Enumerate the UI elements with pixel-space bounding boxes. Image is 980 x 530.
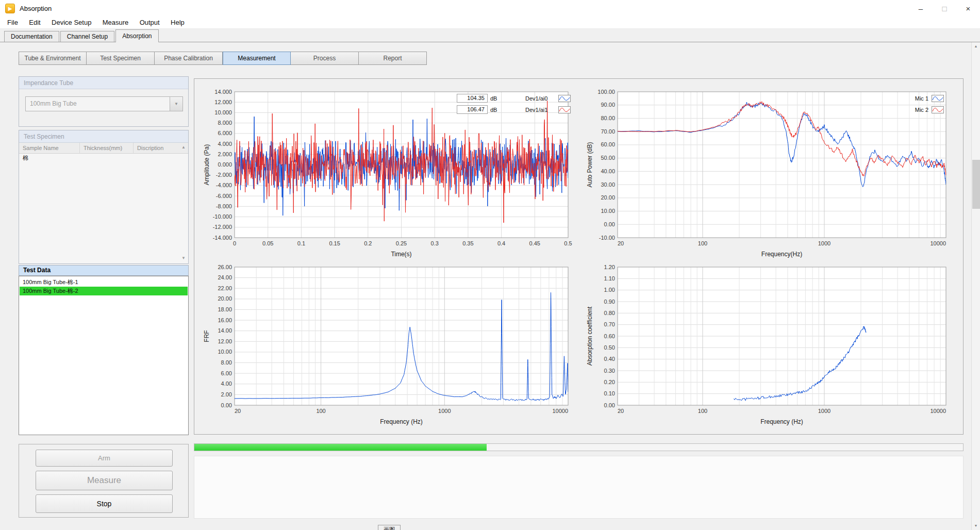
column-sample-name: Sample Name (19, 143, 80, 153)
close-button[interactable]: × (956, 0, 980, 17)
waveform-icon-blue[interactable] (558, 95, 571, 102)
svg-text:0.15: 0.15 (329, 240, 340, 246)
subtab-phase-calibration[interactable]: Phase Calibration (155, 52, 223, 65)
svg-text:4.00: 4.00 (221, 380, 232, 387)
svg-text:Frequency (Hz): Frequency (Hz) (380, 418, 423, 425)
svg-text:-8.000: -8.000 (216, 203, 232, 209)
scroll-down-icon[interactable]: ▼ (180, 256, 187, 260)
svg-text:-10.00: -10.00 (599, 235, 615, 241)
svg-text:100: 100 (316, 408, 325, 414)
column-thickness: Thickness(mm) (80, 143, 134, 153)
tab-absorption[interactable]: Absorption (115, 29, 158, 42)
tab-draw[interactable]: 画图 (378, 525, 401, 530)
tab-channel-setup[interactable]: Channel Setup (60, 31, 114, 42)
specimen-thickness (80, 154, 134, 162)
waveform-icon-red[interactable] (558, 106, 571, 113)
svg-text:6.00: 6.00 (221, 370, 232, 376)
svg-text:0.05: 0.05 (262, 240, 273, 246)
menu-edit[interactable]: Edit (24, 17, 45, 29)
svg-text:2.000: 2.000 (218, 151, 232, 157)
legend-label-mic1: Mic 1 (912, 95, 928, 102)
svg-text:22.00: 22.00 (218, 285, 232, 291)
main-tab-strip: Documentation Channel Setup Absorption (0, 29, 980, 42)
svg-text:20: 20 (235, 408, 241, 414)
specimen-table-body[interactable]: 棉 (19, 154, 188, 263)
svg-text:-6.000: -6.000 (216, 193, 232, 199)
specimen-table-header: Sample Name Thickness(mm) Discription (19, 143, 188, 154)
waveform-icon-mic2[interactable] (932, 106, 944, 113)
waveform-icon-mic1[interactable] (932, 95, 944, 102)
svg-text:8.00: 8.00 (221, 359, 232, 366)
scroll-up-icon[interactable]: ▲ (180, 145, 187, 150)
auto-power-legend: Mic 1 Mic 2 (912, 93, 944, 116)
subtab-tube-environment[interactable]: Tube & Environment (19, 52, 87, 65)
svg-text:12.00: 12.00 (218, 338, 232, 344)
channel1-level-value: 106.47 (457, 105, 488, 114)
menu-file[interactable]: File (3, 17, 23, 29)
chart-auto-power[interactable]: -10.000.0010.0020.0030.0040.0050.0060.00… (585, 82, 951, 261)
control-buttons-panel: Arm Measure Stop (19, 444, 189, 518)
specimen-table-row[interactable]: 棉 (19, 154, 188, 162)
scrollbar-thumb[interactable] (972, 160, 980, 209)
svg-text:Auto Power (dB): Auto Power (dB) (586, 142, 593, 187)
svg-text:100: 100 (698, 408, 707, 414)
chart-absorption-coefficient[interactable]: 0.000.100.200.300.400.500.600.700.800.90… (585, 258, 951, 429)
svg-text:80.00: 80.00 (601, 115, 615, 121)
menu-bar: File Edit Device Setup Measure Output He… (0, 17, 980, 29)
svg-text:100: 100 (698, 240, 707, 246)
svg-text:FRF: FRF (203, 330, 210, 342)
svg-text:Frequency(Hz): Frequency(Hz) (761, 251, 802, 258)
progress-fill (194, 444, 487, 451)
svg-text:0.00: 0.00 (221, 402, 232, 408)
subtab-test-specimen[interactable]: Test Specimen (87, 52, 155, 65)
tab-documentation[interactable]: Documentation (4, 31, 59, 42)
svg-text:1000: 1000 (818, 408, 830, 414)
scrollbar-down-icon[interactable]: ▼ (972, 522, 980, 530)
measure-button[interactable]: Measure (36, 471, 173, 490)
test-data-list[interactable]: 100mm Big Tube-棉-1 100mm Big Tube-棉-2 (19, 276, 189, 435)
svg-text:Frequency (Hz): Frequency (Hz) (760, 418, 803, 425)
maximize-button[interactable]: □ (933, 0, 956, 17)
svg-text:0.40: 0.40 (604, 356, 615, 362)
subtab-report[interactable]: Report (359, 52, 427, 65)
stop-button[interactable]: Stop (36, 494, 173, 513)
svg-text:18.00: 18.00 (218, 306, 232, 312)
minimize-button[interactable]: – (909, 0, 933, 17)
svg-text:20: 20 (618, 408, 624, 414)
title-bar: ▶ Absorption – □ × (0, 0, 980, 17)
svg-text:90.00: 90.00 (601, 102, 615, 108)
svg-text:6.000: 6.000 (218, 130, 232, 136)
test-data-item-selected[interactable]: 100mm Big Tube-棉-2 (20, 287, 188, 295)
menu-device-setup[interactable]: Device Setup (47, 17, 96, 29)
svg-text:1000: 1000 (438, 408, 451, 414)
svg-text:8.000: 8.000 (218, 120, 232, 126)
svg-text:-12.000: -12.000 (213, 224, 232, 230)
svg-text:Time(s): Time(s) (391, 251, 411, 258)
svg-text:0.30: 0.30 (604, 368, 615, 374)
menu-output[interactable]: Output (135, 17, 164, 29)
channel0-level-unit: dB (490, 95, 500, 102)
legend-label-dev1-ai0: Dev1/ai0 (525, 95, 555, 102)
svg-text:0.5: 0.5 (564, 240, 572, 246)
svg-text:0.20: 0.20 (604, 379, 615, 385)
svg-text:1000: 1000 (818, 240, 830, 246)
test-data-item[interactable]: 100mm Big Tube-棉-1 (20, 278, 188, 287)
svg-text:0.10: 0.10 (604, 390, 615, 396)
svg-text:0: 0 (233, 240, 236, 246)
test-data-header: Test Data (19, 265, 189, 276)
menu-measure[interactable]: Measure (98, 17, 134, 29)
subtab-measurement[interactable]: Measurement (223, 52, 291, 65)
tube-select-dropdown-button[interactable]: ▼ (170, 97, 182, 111)
svg-text:20.00: 20.00 (601, 194, 615, 201)
arm-button[interactable]: Arm (36, 450, 173, 467)
svg-text:10.00: 10.00 (218, 349, 232, 355)
svg-text:0.25: 0.25 (396, 240, 407, 246)
vertical-scrollbar[interactable]: ▲ ▼ (971, 42, 980, 530)
status-area (194, 456, 964, 519)
scrollbar-up-icon[interactable]: ▲ (972, 42, 980, 51)
tube-select[interactable]: 100mm Big Tube ▼ (25, 96, 183, 111)
chart-frf[interactable]: 0.002.004.006.008.0010.0012.0014.0016.00… (202, 258, 573, 429)
svg-text:0.45: 0.45 (529, 240, 540, 246)
menu-help[interactable]: Help (166, 17, 189, 29)
subtab-process[interactable]: Process (291, 52, 359, 65)
